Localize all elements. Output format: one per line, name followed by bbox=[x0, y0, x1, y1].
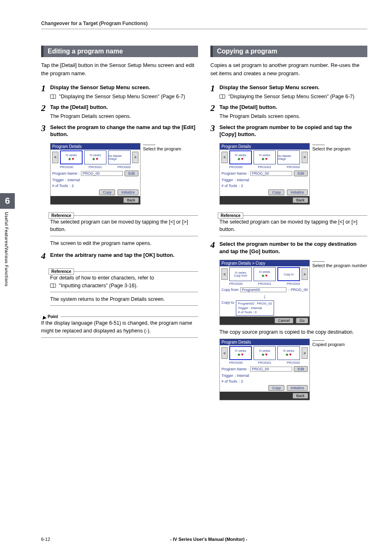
program-details-screenshot: Program Details < IV series ♣ ♥ IV serie… bbox=[219, 143, 310, 205]
page-number: 6-12 bbox=[41, 537, 50, 542]
program-name-field[interactable]: PROG_00 bbox=[81, 171, 123, 176]
copy-step-1: 1 Display the Sensor Setup Menu screen. … bbox=[210, 84, 367, 100]
program-thumb-01[interactable]: IV series ♣ ♥ bbox=[254, 346, 276, 360]
copy-button[interactable]: Copy bbox=[99, 189, 115, 195]
reference-box: Reference For details of how to enter ch… bbox=[50, 265, 198, 293]
program-thumb-00[interactable]: IV series ♣ ♥ bbox=[60, 150, 83, 164]
reference-text: The selected program can be moved by tap… bbox=[219, 218, 367, 234]
program-thumb-01[interactable]: IV series ♣ ♥ bbox=[84, 150, 107, 164]
step-title: Enter the arbitrary name and tap the [OK… bbox=[50, 252, 198, 259]
step-title: Display the Sensor Setup Menu screen. bbox=[50, 84, 198, 91]
next-button[interactable]: > bbox=[302, 347, 308, 359]
right-column: Copying a program Copies a set program t… bbox=[210, 46, 367, 400]
edit-step-1: 1 Display the Sensor Setup Menu screen. … bbox=[41, 84, 198, 100]
reference-label: Reference bbox=[48, 268, 74, 275]
prev-button[interactable]: < bbox=[221, 347, 228, 359]
ss-title: Program Details bbox=[220, 143, 309, 150]
prev-button[interactable]: < bbox=[221, 268, 228, 280]
left-column: Editing a program name Tap the [Detail] … bbox=[41, 46, 198, 400]
copy-from-thumb[interactable]: IV series Copy from bbox=[229, 267, 252, 281]
annotation: Select the program bbox=[143, 145, 181, 152]
initialize-button[interactable]: Initialize bbox=[287, 189, 308, 195]
post-ref-text: The screen to edit the program name open… bbox=[50, 240, 198, 247]
back-button[interactable]: Back bbox=[293, 393, 308, 399]
reference-text: For details of how to enter characters, … bbox=[50, 275, 154, 281]
ss-title: Program Details bbox=[51, 143, 140, 150]
copy-intro: Copies a set program to another program … bbox=[210, 61, 367, 77]
prev-button[interactable]: < bbox=[221, 152, 228, 163]
annotation: Copied program bbox=[312, 340, 345, 347]
program-thumb-01[interactable]: IV series ♣ ♥ bbox=[254, 267, 276, 281]
edit-button[interactable]: Edit bbox=[125, 171, 138, 176]
point-label: Point bbox=[48, 314, 58, 319]
next-button[interactable]: > bbox=[302, 268, 308, 280]
next-button[interactable]: > bbox=[132, 152, 138, 163]
program-thumb-00[interactable]: IV series ♣ ♥ bbox=[229, 150, 252, 164]
cancel-button[interactable]: Cancel bbox=[274, 318, 293, 323]
step-title: Select the program to change the name an… bbox=[50, 124, 198, 138]
initialize-button[interactable]: Initialize bbox=[287, 385, 308, 391]
program-thumb-02[interactable]: IV series ♣ ♥ bbox=[277, 346, 300, 360]
edit-step-3: 3 Select the program to change the name … bbox=[41, 124, 198, 140]
initialize-button[interactable]: Initialize bbox=[118, 189, 138, 195]
reference-link: "Inputting characters" (Page 3-16). bbox=[59, 283, 138, 289]
point-icon bbox=[42, 315, 46, 319]
program-name-field[interactable]: PROG_00 bbox=[250, 367, 292, 372]
arrow-down-icon: ↓ bbox=[220, 293, 309, 300]
program-thumb-00[interactable]: IV series ♣ ♥ bbox=[229, 346, 252, 360]
copy-destination-block: Program02 : PROG_02 Trigger : Internal #… bbox=[236, 300, 274, 316]
step-ref: "Displaying the Sensor Setup Menu Screen… bbox=[228, 94, 354, 99]
next-button[interactable]: > bbox=[302, 152, 308, 163]
copy-step-4: 4 Select the program number to be the co… bbox=[210, 240, 367, 256]
chapter-side-tab: 6 Useful Features/Various Functions bbox=[0, 193, 15, 316]
section-title-copy: Copying a program bbox=[210, 46, 367, 57]
section-title-edit: Editing a program name bbox=[41, 46, 198, 57]
step-title: Select the program number to be copied a… bbox=[219, 124, 367, 138]
program-details-copied-screenshot: Program Details < IV series ♣ ♥ IV serie… bbox=[219, 339, 310, 400]
program-details-screenshot: Program Details < IV series ♣ ♥ IV serie… bbox=[50, 143, 141, 205]
chapter-label: Useful Features/Various Functions bbox=[0, 209, 13, 316]
footer-title: - IV Series User's Manual (Monitor) - bbox=[50, 537, 367, 542]
post-step4-text: The copy source program is copied to the… bbox=[219, 328, 367, 336]
step-sub: The Program Details screen opens. bbox=[50, 113, 198, 120]
copy-to-thumb[interactable]: Copy to bbox=[277, 267, 300, 281]
reference-text: The selected program can be moved by tap… bbox=[50, 218, 198, 234]
program-name-field[interactable]: PROG_00 bbox=[250, 171, 292, 176]
copy-button[interactable]: Copy bbox=[268, 385, 284, 391]
copy-button[interactable]: Copy bbox=[268, 189, 284, 195]
step-ref: "Displaying the Sensor Setup Menu Screen… bbox=[59, 94, 185, 99]
book-icon bbox=[219, 95, 225, 99]
annotation: Select the program number bbox=[312, 261, 367, 268]
program-thumb-01[interactable]: IV series ♣ ♥ bbox=[254, 150, 276, 164]
reference-box: Reference The selected program can be mo… bbox=[219, 209, 367, 237]
back-button[interactable]: Back bbox=[293, 197, 308, 203]
edit-step-2: 2 Tap the [Detail] button. The Program D… bbox=[41, 104, 198, 120]
edit-button[interactable]: Edit bbox=[294, 171, 308, 176]
chapter-number: 6 bbox=[0, 193, 15, 209]
step-sub: The Program Details screen opens. bbox=[219, 113, 367, 120]
book-icon bbox=[50, 95, 56, 99]
copy-step-3: 3 Select the program number to be copied… bbox=[210, 124, 367, 140]
edit-button[interactable]: Edit bbox=[294, 366, 308, 372]
go-button[interactable]: Go bbox=[296, 318, 308, 323]
copy-step-2: 2 Tap the [Detail] button. The Program D… bbox=[210, 104, 367, 120]
system-return-text: The system returns to the Program Detail… bbox=[50, 296, 198, 306]
step-title: Tap the [Detail] button. bbox=[219, 104, 367, 111]
program-thumb-02[interactable]: No Master Image bbox=[108, 150, 131, 164]
step-title: Display the Sensor Setup Menu screen. bbox=[219, 84, 367, 91]
running-head: Changeover for a Target (Program Functio… bbox=[41, 21, 367, 29]
prev-button[interactable]: < bbox=[52, 152, 58, 163]
copy-screenshot: Program Details > Copy < IV series Copy … bbox=[219, 260, 310, 325]
program-thumb-02[interactable]: No Master Image bbox=[277, 150, 300, 164]
ss-title: Program Details > Copy bbox=[220, 260, 309, 266]
back-button[interactable]: Back bbox=[123, 197, 139, 203]
edit-step-4: 4 Enter the arbitrary name and tap the [… bbox=[41, 252, 198, 261]
annotation: Select the program bbox=[312, 145, 350, 152]
reference-label: Reference bbox=[218, 212, 243, 219]
point-box: Point If the display language (Page 6-51… bbox=[41, 310, 198, 338]
point-text: If the display language (Page 6-51) is c… bbox=[41, 319, 198, 335]
step-title: Tap the [Detail] button. bbox=[50, 104, 198, 111]
page-footer: 6-12 - IV Series User's Manual (Monitor)… bbox=[41, 537, 367, 542]
step-title: Select the program number to be the copy… bbox=[219, 240, 367, 255]
book-icon bbox=[50, 284, 56, 288]
